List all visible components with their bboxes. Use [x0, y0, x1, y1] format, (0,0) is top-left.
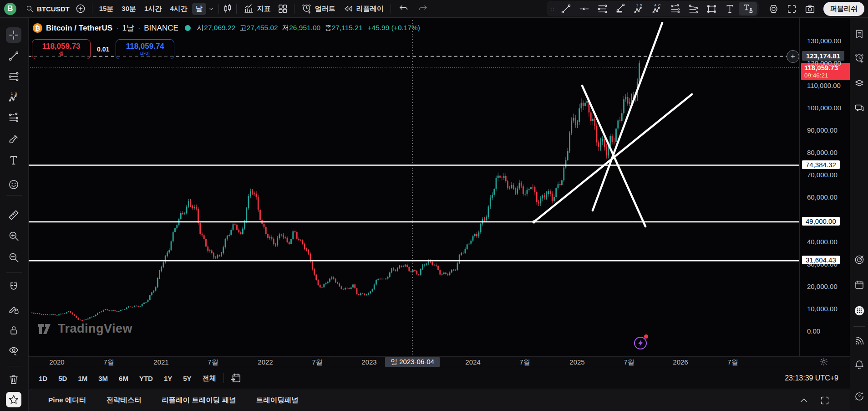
buy-button[interactable]: 118,059.74 바이 — [116, 39, 174, 59]
panel-expand-chevron-up-icon[interactable] — [798, 395, 809, 406]
legend-interval[interactable]: 1날 — [122, 23, 134, 33]
replay-icon — [343, 3, 354, 14]
boost-lightning-icon[interactable] — [633, 335, 648, 351]
price-axis[interactable]: 118,059.73 09:46:21 0.0010,000.0020,000.… — [799, 17, 851, 356]
zoom-out-tool[interactable] — [6, 250, 21, 265]
apps-panel-icon[interactable] — [853, 304, 866, 317]
chat-panel-icon[interactable] — [853, 102, 866, 115]
range-1M[interactable]: 1M — [74, 373, 91, 384]
chart-area[interactable]: ₿ Bitcoin / TetherUS · 1날 · BINANCE 시27,… — [28, 17, 799, 356]
tradingview-watermark: TradingView — [38, 322, 132, 336]
layout-grid-icon[interactable] — [277, 3, 288, 14]
clock-timezone[interactable]: 23:13:39 UTC+9 — [785, 374, 838, 382]
time-label: 7월 — [519, 358, 530, 367]
symbol-search[interactable]: BTCUSDT — [23, 3, 72, 15]
screenshot-button[interactable] — [801, 2, 819, 15]
interval-4시간[interactable]: 4시간 — [166, 3, 191, 15]
horizontal-line-tool[interactable] — [575, 2, 593, 15]
range-전체[interactable]: 전체 — [198, 372, 220, 385]
ohlc-시: 시27,069.22 — [197, 24, 235, 31]
fib-retracement-tool[interactable] — [593, 2, 611, 15]
chart-canvas[interactable] — [28, 17, 799, 356]
text-tool[interactable] — [721, 2, 739, 15]
price-tick: 100,000.00 — [807, 104, 841, 112]
tab-3[interactable]: 트레이딩패널 — [256, 396, 299, 405]
level-price-label: 49,000.00 — [802, 217, 840, 226]
interval-날[interactable]: 날 — [192, 3, 206, 15]
lock-tool[interactable] — [6, 323, 21, 338]
layers-panel-icon[interactable] — [853, 77, 866, 90]
fib-retracement-tool[interactable] — [6, 69, 21, 84]
symbol-add-icon[interactable] — [75, 3, 86, 14]
interval-15분[interactable]: 15분 — [96, 3, 117, 15]
settings-button[interactable] — [764, 2, 782, 15]
bitcoin-icon: ₿ — [33, 23, 42, 33]
crosshair-tool[interactable] — [6, 27, 21, 43]
axis-settings-gear-icon[interactable] — [819, 357, 828, 366]
projection-a-tool[interactable] — [6, 110, 21, 125]
bell-panel-icon[interactable] — [853, 358, 866, 371]
range-YTD[interactable]: YTD — [135, 373, 157, 384]
ruler-tool[interactable] — [6, 207, 21, 223]
symbol-title[interactable]: Bitcoin / TetherUS — [46, 24, 112, 33]
tabs-right-controls — [798, 395, 830, 406]
elliott-wave-ac-tool[interactable]: AC — [648, 2, 666, 15]
range-6M[interactable]: 6M — [115, 373, 132, 384]
redo-icon[interactable] — [417, 3, 428, 14]
edit-lock-tool[interactable] — [6, 301, 21, 317]
divider — [391, 4, 391, 14]
rectangle-tool[interactable] — [702, 2, 721, 15]
bottom-range-bar: 1D5D1M3M6MYTD1Y5Y전체 23:13:39 UTC+9 — [28, 367, 850, 389]
tab-2[interactable]: 리플레이 트레이딩 패널 — [162, 396, 236, 405]
replay-button[interactable]: 리플레이 — [339, 1, 387, 16]
signal-panel-icon[interactable] — [853, 334, 866, 347]
go-to-date-icon[interactable] — [230, 372, 242, 384]
range-5Y[interactable]: 5Y — [179, 373, 195, 384]
account-logo[interactable]: B — [4, 3, 16, 15]
emoji-tool[interactable] — [6, 177, 21, 192]
help-panel-icon[interactable]: ? — [853, 390, 866, 403]
watchlist-panel-icon[interactable] — [853, 28, 866, 41]
spread-value: 0.01 — [97, 46, 109, 53]
sell-button[interactable]: 118,059.73 셀 — [32, 39, 91, 59]
eye-hide-tool[interactable] — [6, 343, 21, 359]
zoom-in-tool[interactable] — [6, 228, 21, 244]
elliott-wave-15-tool[interactable]: 15 — [6, 89, 21, 105]
panel-maximize-icon[interactable] — [819, 395, 830, 406]
range-1D[interactable]: 1D — [35, 373, 51, 384]
radar-panel-icon[interactable] — [853, 253, 866, 266]
range-3M[interactable]: 3M — [94, 373, 112, 384]
indicators-button[interactable]: 지표 — [240, 1, 274, 16]
range-1Y[interactable]: 1Y — [160, 373, 176, 384]
left-drawing-toolbar: 15 — [0, 17, 29, 411]
time-axis[interactable]: 일 2023-06-04 20207월20217월20227월202320247… — [28, 356, 799, 367]
alert-button[interactable]: 얼러트 — [298, 1, 339, 16]
favorites-star-button[interactable] — [6, 392, 21, 407]
tab-1[interactable]: 전략테스터 — [107, 396, 142, 405]
fullscreen-button[interactable] — [782, 2, 801, 15]
anchored-text-tool[interactable] — [739, 2, 757, 15]
elliott-wave-15-tool[interactable]: 15 — [629, 2, 648, 15]
undo-icon[interactable] — [398, 3, 409, 14]
chart-type-candles-icon[interactable] — [222, 3, 233, 14]
calendar-panel-icon[interactable] — [853, 278, 866, 291]
trend-line-tool[interactable] — [557, 2, 575, 15]
brush-tool[interactable] — [6, 131, 21, 147]
time-label: 2021 — [153, 358, 168, 366]
chevron-down-icon[interactable] — [207, 5, 215, 13]
market-status-dot[interactable] — [185, 25, 191, 31]
text-tool[interactable] — [6, 153, 21, 168]
fib-channel-tool[interactable] — [611, 2, 629, 15]
alert-clock-panel-icon[interactable] — [853, 52, 866, 65]
trash-tool[interactable] — [6, 372, 21, 387]
drag-handle-icon[interactable] — [549, 3, 556, 15]
range-5D[interactable]: 5D — [54, 373, 71, 384]
projection-a-tool[interactable] — [666, 2, 684, 15]
interval-1시간[interactable]: 1시간 — [141, 3, 165, 15]
magnet-tool[interactable] — [6, 279, 21, 295]
tab-0[interactable]: Pine 에디터 — [48, 396, 86, 405]
projection-b-tool[interactable] — [684, 2, 702, 15]
trend-line-tool[interactable] — [6, 48, 21, 64]
publish-button[interactable]: 퍼블리쉬 — [823, 2, 864, 16]
interval-30분[interactable]: 30분 — [118, 3, 140, 15]
